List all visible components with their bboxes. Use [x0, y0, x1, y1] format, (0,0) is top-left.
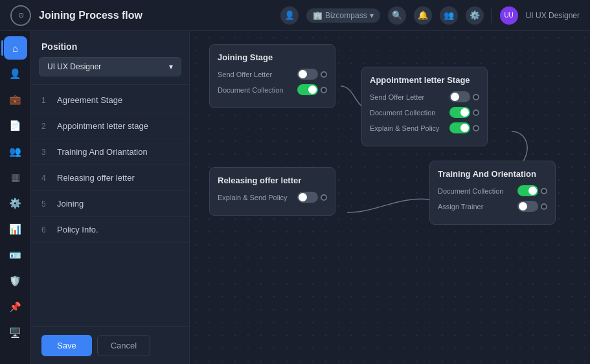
joining-stage-card: Joining Stage Send Offer Letter Document…: [209, 44, 335, 108]
stage-list: 1 Agreement Stage 2 Appointment letter s…: [31, 87, 189, 326]
username: UI UX Designer: [526, 11, 580, 20]
app-header: ⊙ Joining Process flow 👤 🏢 Bizcompass ▾ …: [0, 0, 590, 31]
flow-row-send-offer-apt: Send Offer Letter: [370, 91, 479, 102]
stage-item-2[interactable]: 3 Training And Oriantation: [31, 139, 189, 165]
stage-name: Joining: [57, 199, 84, 209]
main-layout: ⌂ 👤 💼 📄 👥 ▦ ⚙️ 📊 🪪 🛡️ 📌 🖥️ Position UI U…: [0, 31, 590, 364]
sidebar-item-pin[interactable]: 📌: [4, 295, 27, 319]
people-icon-header[interactable]: 👥: [440, 6, 458, 25]
stage-number: 5: [41, 199, 51, 209]
sidebar-item-document[interactable]: 📄: [4, 114, 27, 137]
appointment-stage-title: Appointment letter Stage: [370, 75, 479, 85]
stage-item-1[interactable]: 2 Appointment letter stage: [31, 113, 189, 139]
stage-item-4[interactable]: 5 Joining: [31, 191, 189, 217]
toggle-doc-apt[interactable]: [449, 107, 470, 118]
sidebar-item-id[interactable]: 🪪: [4, 244, 27, 267]
cancel-button[interactable]: Cancel: [97, 335, 150, 356]
sidebar-item-user[interactable]: 👤: [4, 62, 27, 85]
stage-number: 3: [41, 148, 51, 157]
stage-name: Agreement Stage: [57, 95, 122, 105]
position-select[interactable]: UI UX Designer ▾: [39, 57, 181, 76]
sidebar-item-screen[interactable]: 🖥️: [4, 321, 27, 345]
stage-number: 2: [41, 122, 51, 131]
sidebar-item-shield[interactable]: 🛡️: [4, 269, 27, 293]
stage-item-5[interactable]: 6 Policy Info.: [31, 217, 189, 243]
joining-stage-title: Joining Stage: [218, 52, 327, 62]
stage-number: 4: [41, 174, 51, 183]
sidebar-item-chart[interactable]: ▦: [4, 166, 27, 189]
releasing-stage-title: Releasing offer letter: [218, 176, 327, 185]
sidebar-item-people[interactable]: 👥: [4, 140, 27, 163]
stage-number: 1: [41, 96, 51, 105]
stage-name: Appointment letter stage: [57, 121, 148, 131]
stage-name: Releasing offer letter: [57, 173, 135, 183]
toggle-doc-training[interactable]: [517, 185, 538, 196]
flow-row-explain-apt: Explain & Send Policy: [370, 122, 479, 133]
stage-name: Policy Info.: [57, 225, 98, 234]
workspace-selector[interactable]: 🏢 Bizcompass ▾: [306, 8, 380, 23]
bottom-buttons: Save Cancel: [31, 326, 189, 364]
search-icon[interactable]: 🔍: [388, 6, 406, 25]
training-stage-card: Training And Orientation Document Collec…: [429, 161, 556, 225]
sidebar-icons: ⌂ 👤 💼 📄 👥 ▦ ⚙️ 📊 🪪 🛡️ 📌 🖥️: [0, 31, 31, 364]
toggle-send-offer-joining[interactable]: [297, 69, 318, 80]
sidebar-item-home[interactable]: ⌂: [4, 36, 27, 60]
stage-item-0[interactable]: 1 Agreement Stage: [31, 87, 189, 113]
stage-number: 6: [41, 225, 51, 234]
toggle-assign-trainer[interactable]: [517, 201, 538, 212]
sidebar-item-analytics[interactable]: 📊: [4, 218, 27, 241]
canvas-area: Joining Stage Send Offer Letter Document…: [190, 31, 590, 364]
settings-icon-header[interactable]: ⚙️: [466, 6, 484, 25]
user-icon-header[interactable]: 👤: [280, 6, 299, 25]
appointment-stage-card: Appointment letter Stage Send Offer Lett…: [361, 67, 488, 146]
releasing-stage-card: Releasing offer letter Explain & Send Po…: [209, 167, 335, 216]
header-right: 👤 🏢 Bizcompass ▾ 🔍 🔔 👥 ⚙️ UU UI UX Desig…: [280, 6, 580, 25]
left-panel: Position UI UX Designer ▾ 1 Agreement St…: [31, 31, 190, 364]
bell-icon[interactable]: 🔔: [414, 6, 432, 25]
flow-row-doc-collection-apt: Document Collection: [370, 107, 479, 118]
flow-row-doc-training: Document Collection: [438, 185, 547, 196]
save-button[interactable]: Save: [41, 335, 92, 356]
sidebar-item-briefcase[interactable]: 💼: [4, 88, 27, 111]
toggle-explain-apt[interactable]: [449, 122, 470, 133]
page-title: Joining Process flow: [39, 10, 273, 21]
flow-row-explain-releasing: Explain & Send Policy: [218, 192, 327, 203]
stage-name: Training And Oriantation: [57, 147, 148, 157]
stage-item-3[interactable]: 4 Releasing offer letter: [31, 165, 189, 191]
avatar[interactable]: UU: [500, 6, 518, 25]
flow-row-send-offer: Send Offer Letter: [218, 69, 327, 80]
flow-row-doc-collection: Document Collection: [218, 84, 327, 95]
toggle-explain-releasing[interactable]: [297, 192, 318, 203]
toggle-doc-collection-joining[interactable]: [297, 84, 318, 95]
flow-row-assign-trainer: Assign Trainer: [438, 201, 547, 212]
training-stage-title: Training And Orientation: [438, 169, 547, 179]
app-logo: ⊙: [10, 5, 31, 26]
position-label: Position: [31, 31, 189, 57]
sidebar-item-settings[interactable]: ⚙️: [4, 192, 27, 215]
toggle-send-offer-apt[interactable]: [449, 91, 470, 102]
